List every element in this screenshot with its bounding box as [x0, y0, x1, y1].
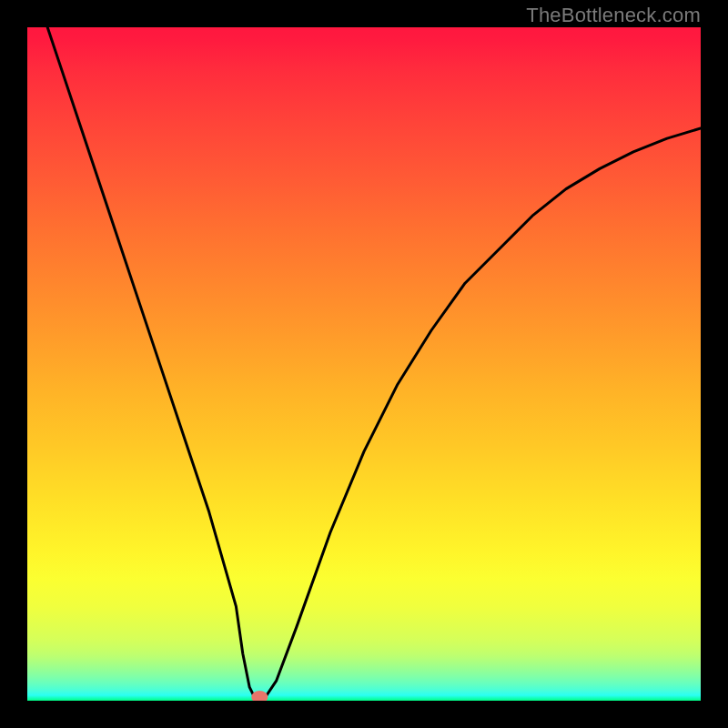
curve-group: [47, 27, 701, 701]
watermark-text: TheBottleneck.com: [526, 4, 701, 27]
chart-svg: [27, 27, 701, 701]
plot-area: [27, 27, 701, 701]
bottleneck-curve-line: [47, 27, 701, 701]
optimal-point-marker: [251, 691, 268, 701]
chart-frame: TheBottleneck.com: [0, 0, 728, 728]
